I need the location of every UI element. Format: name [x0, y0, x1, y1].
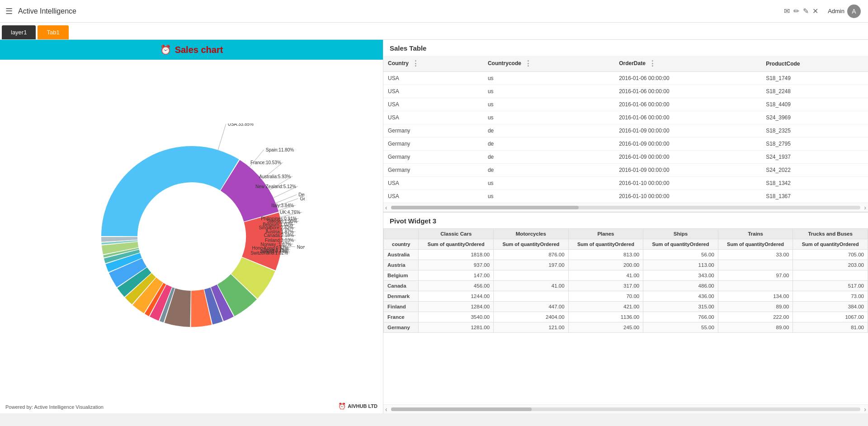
pivot-scroll-bar[interactable]: ‹ ›	[383, 404, 868, 413]
footer-powered: Powered by: Active Intelligence Visualiz…	[5, 404, 104, 410]
pivot-header-row-1: Classic Cars Motorcycles Planes Ships Tr…	[384, 229, 868, 239]
pivot-col-trucks: Trucks and Buses	[793, 229, 868, 239]
pivot-header-row-2: country Sum of quantityOrdered Sum of qu…	[384, 239, 868, 250]
chart-title: Sales chart	[175, 45, 223, 55]
chart-body: USA:33.85%Spain:11.80%Denmark:2.09%Germa…	[0, 60, 383, 413]
main-content: ⏰ Sales chart USA:33.85%Spain:11.80%Denm…	[0, 40, 868, 413]
pivot-scroll-left[interactable]: ‹	[385, 406, 387, 413]
chart-label: Italy:3.84%	[271, 203, 294, 208]
sales-table-section: Sales Table Country ⋮ Countrycode ⋮	[383, 40, 868, 212]
col-countrycode[interactable]: Countrycode ⋮	[483, 56, 614, 72]
pivot-scroll-right[interactable]: ›	[864, 406, 866, 413]
aivhub-branding: ⏰ AIVHUB LTD	[338, 402, 377, 410]
edit-icon[interactable]: ✏	[793, 7, 799, 15]
pivot-col-ships: Ships	[643, 229, 718, 239]
col-menu-icon[interactable]: ⋮	[649, 59, 656, 68]
chart-label: Australia:5.93%	[259, 174, 291, 179]
sales-table-header-row: Country ⋮ Countrycode ⋮ OrderDate ⋮	[383, 56, 868, 72]
email-icon[interactable]: ✉	[784, 7, 790, 15]
menu-icon[interactable]: ☰	[5, 6, 13, 16]
sales-table-title: Sales Table	[383, 40, 868, 56]
col-menu-icon[interactable]: ⋮	[524, 59, 532, 68]
donut-chart: USA:33.85%Spain:11.80%Denmark:2.09%Germa…	[79, 123, 305, 350]
close-icon[interactable]: ✕	[812, 7, 818, 15]
table-row: Belgium147.0041.00343.0097.00	[384, 270, 868, 281]
chart-label: Germany:2.04%	[300, 196, 305, 201]
chart-label: New Zealand:5.12%	[255, 184, 296, 189]
pivot-corner	[384, 229, 419, 239]
scroll-right-arrow[interactable]: ›	[864, 204, 866, 211]
table-row: Austria937.00197.00200.00113.00203.00	[384, 260, 868, 270]
chart-label: Canada:2.18%	[264, 233, 293, 238]
avatar[interactable]: A	[847, 5, 861, 18]
chart-segment[interactable]	[101, 146, 239, 236]
header-action-icons: ✉ ✏ ✎ ✕	[784, 7, 818, 15]
table-row: USAus2016-01-06 00:00:00S24_3969	[383, 111, 868, 124]
table-row: Australia1818.00876.00813.0056.0033.0070…	[384, 250, 868, 260]
chart-icon: ⏰	[160, 44, 171, 55]
col-productcode[interactable]: ProductCode	[761, 56, 868, 72]
app-title: Active Intelligence	[18, 7, 76, 15]
table-row: Canada456.0041.00317.00486.00517.00	[384, 281, 868, 291]
table-row: Finland1284.00447.00421.00315.0089.00384…	[384, 302, 868, 312]
pivot-table: Classic Cars Motorcycles Planes Ships Tr…	[383, 228, 868, 333]
admin-area: Admin A	[828, 5, 861, 18]
svg-line-2	[275, 194, 296, 203]
tab-tab1[interactable]: Tab1	[38, 25, 68, 39]
table-row: Germany1281.00121.00245.0055.0089.0081.0…	[384, 322, 868, 333]
chart-panel: ⏰ Sales chart USA:33.85%Spain:11.80%Denm…	[0, 40, 383, 413]
col-country[interactable]: Country ⋮	[383, 56, 483, 72]
pivot-sub-planes: Sum of quantityOrdered	[568, 239, 643, 250]
col-menu-icon[interactable]: ⋮	[412, 59, 419, 68]
admin-name: Admin	[828, 8, 844, 14]
table-row: Germanyde2016-01-09 00:00:00S24_1937	[383, 151, 868, 164]
table-row: USAus2016-01-10 00:00:00S18_1367	[383, 190, 868, 203]
chart-label: Spain:11.80%	[265, 147, 293, 152]
table-row: USAus2016-01-06 00:00:00S18_4409	[383, 98, 868, 111]
pivot-sub-motorcycles: Sum of quantityOrdered	[494, 239, 569, 250]
table-row: Germanyde2016-01-09 00:00:00S24_2022	[383, 164, 868, 177]
chart-label: Philippines:0.91%	[261, 216, 297, 221]
pivot-sub-trains: Sum of quantityOrdered	[718, 239, 793, 250]
chart-label: UK:4.76%	[280, 210, 300, 215]
table-row: USAus2016-01-06 00:00:00S18_2248	[383, 85, 868, 98]
pivot-sub-trucks: Sum of quantityOrdered	[793, 239, 868, 250]
pivot-sub-ships: Sum of quantityOrdered	[643, 239, 718, 250]
pivot-col-trains: Trains	[718, 229, 793, 239]
pivot-col-classic-cars: Classic Cars	[419, 229, 494, 239]
pivot-row-header-label: country	[384, 239, 419, 250]
sales-table-wrapper[interactable]: Country ⋮ Countrycode ⋮ OrderDate ⋮	[383, 56, 868, 203]
right-panel: Sales Table Country ⋮ Countrycode ⋮	[383, 40, 868, 413]
col-orderdate[interactable]: OrderDate ⋮	[614, 56, 761, 72]
pivot-col-motorcycles: Motorcycles	[494, 229, 569, 239]
tab-layer1[interactable]: layer1	[2, 25, 36, 39]
chart-label: USA:33.85%	[227, 123, 253, 127]
tabs-bar: layer1 Tab1	[0, 23, 868, 40]
app-header: ☰ Active Intelligence ✉ ✏ ✎ ✕ Admin A	[0, 0, 868, 23]
scroll-left-arrow[interactable]: ‹	[385, 204, 387, 211]
chart-label: Norway:1.03%	[297, 245, 304, 250]
sales-table: Country ⋮ Countrycode ⋮ OrderDate ⋮	[383, 56, 868, 203]
table-row: Denmark1244.0070.00436.00134.0073.00	[384, 291, 868, 302]
svg-line-0	[218, 124, 226, 150]
aivhub-icon: ⏰	[338, 402, 346, 410]
pivot-title: Pivot Widget 3	[383, 213, 868, 228]
aivhub-text: AIVHUB LTD	[348, 403, 377, 409]
table-row: USAus2016-01-06 00:00:00S18_1749	[383, 72, 868, 85]
pivot-section: Pivot Widget 3 Classic Cars Motorcycles …	[383, 212, 868, 413]
pencil-icon[interactable]: ✎	[803, 7, 809, 15]
chart-label: Switzerland:1.02%	[250, 251, 288, 256]
table-row: Germanyde2016-01-09 00:00:00S18_2795	[383, 137, 868, 151]
pivot-col-planes: Planes	[568, 229, 643, 239]
table-row: Germanyde2016-01-09 00:00:00S18_2325	[383, 124, 868, 137]
sales-table-scroll-bar[interactable]: ‹ ›	[383, 203, 868, 212]
pivot-sub-classic: Sum of quantityOrdered	[419, 239, 494, 250]
chart-label: France:10.53%	[250, 160, 281, 165]
chart-header: ⏰ Sales chart	[0, 40, 383, 60]
pivot-table-wrapper[interactable]: Classic Cars Motorcycles Planes Ships Tr…	[383, 228, 868, 404]
table-row: France3540.002404.001136.00766.00222.001…	[384, 312, 868, 322]
table-row: USAus2016-01-10 00:00:00S18_1342	[383, 177, 868, 190]
